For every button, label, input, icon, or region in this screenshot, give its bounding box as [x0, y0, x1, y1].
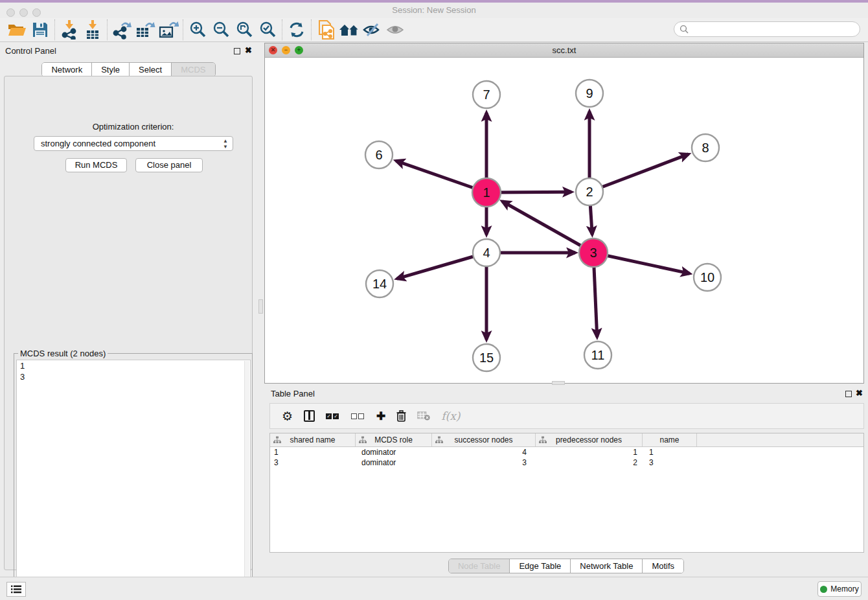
minimize-window-button[interactable]	[19, 8, 28, 17]
split-handle[interactable]	[552, 381, 565, 385]
node-table[interactable]: shared nameMCDS rolesuccessor nodesprede…	[269, 433, 864, 553]
save-floppy-icon	[32, 22, 48, 38]
node-11[interactable]: 11	[584, 341, 611, 369]
network-window-titlebar[interactable]: ✕ − + scc.txt	[265, 43, 863, 58]
import-table-button[interactable]	[81, 19, 104, 40]
node-6[interactable]: 6	[365, 141, 393, 168]
node-8[interactable]: 8	[692, 134, 719, 161]
export-network-button[interactable]	[110, 19, 133, 40]
float-panel-icon[interactable]	[845, 389, 852, 399]
checked-box-icon: ✓	[326, 413, 332, 419]
trash-icon	[396, 410, 406, 422]
maximize-view-button[interactable]: +	[295, 46, 303, 54]
create-column-button[interactable]: ✚	[376, 410, 385, 423]
optimization-criterion-select[interactable]: strongly connected component ▲▼	[34, 136, 233, 151]
zoom-out-button[interactable]	[209, 19, 233, 40]
app-title: Session: New Session	[0, 3, 868, 18]
zoom-selected-button[interactable]	[256, 19, 279, 40]
show-panels-button[interactable]	[6, 582, 26, 597]
toolbar-separator	[54, 19, 55, 40]
toolbar-separator	[282, 19, 282, 40]
minimize-view-button[interactable]: −	[282, 46, 290, 54]
run-mcds-button[interactable]: Run MCDS	[65, 158, 127, 172]
column-header-shared-name[interactable]: shared name	[270, 433, 356, 446]
delete-column-button[interactable]	[396, 410, 406, 422]
delete-table-button[interactable]	[417, 411, 430, 421]
node-14[interactable]: 14	[366, 270, 393, 297]
column-header-successor-nodes[interactable]: successor nodes	[432, 433, 536, 446]
tab-node-table[interactable]: Node Table	[449, 559, 510, 573]
table-row[interactable]: 1dominator411	[270, 447, 863, 457]
show-elements-button[interactable]	[384, 19, 407, 40]
hierarchy-icon	[539, 436, 547, 444]
function-builder-button[interactable]: f(x)	[441, 410, 460, 422]
open-session-button[interactable]	[5, 19, 29, 40]
node-9[interactable]: 9	[576, 80, 603, 107]
node-2[interactable]: 2	[576, 178, 603, 205]
status-bar: Memory	[0, 577, 868, 600]
export-table-button[interactable]	[133, 19, 157, 40]
column-header-name[interactable]: name	[643, 433, 697, 446]
list-icon	[11, 585, 21, 594]
close-panel-icon[interactable]: ✖	[245, 47, 252, 54]
tab-motifs[interactable]: Motifs	[642, 559, 683, 573]
close-view-button[interactable]: ✕	[269, 46, 277, 54]
homes-icon	[338, 21, 360, 38]
export-image-button[interactable]	[157, 19, 180, 40]
tab-style[interactable]: Style	[91, 63, 129, 76]
close-panel-button[interactable]: Close panel	[135, 158, 203, 172]
toolbar-separator	[107, 19, 108, 40]
memory-button[interactable]: Memory	[817, 581, 862, 597]
tab-mcds[interactable]: MCDS	[171, 63, 214, 76]
hide-elements-button[interactable]	[361, 19, 384, 40]
refresh-button[interactable]	[285, 19, 308, 40]
mcds-result-list[interactable]: 1 3	[16, 360, 251, 597]
select-all-rows-button[interactable]: ✓✓	[326, 413, 340, 419]
window-controls[interactable]	[6, 8, 41, 17]
tab-network-table[interactable]: Network Table	[570, 559, 642, 573]
home-view-button[interactable]	[337, 19, 361, 40]
float-panel-icon[interactable]	[234, 47, 240, 56]
edge-3-1[interactable]	[502, 202, 593, 253]
node-label: 2	[586, 185, 593, 199]
show-columns-button[interactable]	[304, 410, 315, 422]
network-canvas[interactable]: 1234678910111415	[265, 58, 863, 383]
zoom-in-button[interactable]	[186, 19, 209, 40]
scrollbar[interactable]	[244, 361, 249, 597]
close-panel-icon[interactable]: ✖	[856, 390, 863, 397]
search-input[interactable]	[674, 21, 860, 37]
search-field[interactable]	[674, 21, 860, 37]
node-label: 6	[375, 148, 382, 162]
close-window-button[interactable]	[6, 8, 15, 17]
table-settings-button[interactable]: ⚙	[282, 409, 293, 424]
table-cell: 2	[536, 457, 643, 468]
table-row[interactable]: 3dominator323	[270, 457, 863, 468]
node-1[interactable]: 1	[472, 178, 501, 207]
node-4[interactable]: 4	[473, 239, 500, 266]
node-10[interactable]: 10	[694, 264, 721, 291]
node-7[interactable]: 7	[473, 81, 500, 108]
tab-network[interactable]: Network	[42, 63, 91, 76]
optimization-criterion-label: Optimization criterion:	[5, 122, 262, 132]
deselect-all-rows-button[interactable]	[351, 413, 365, 419]
column-header-predecessor-nodes[interactable]: predecessor nodes	[536, 433, 643, 446]
tab-edge-table[interactable]: Edge Table	[509, 559, 570, 573]
import-network-button[interactable]	[58, 19, 81, 40]
network-file-button[interactable]	[314, 19, 337, 40]
zoom-window-button[interactable]	[32, 8, 41, 17]
save-session-button[interactable]	[29, 19, 52, 40]
node-label: 15	[479, 351, 494, 365]
toolbar-separator	[311, 19, 312, 40]
node-label: 4	[483, 246, 490, 260]
node-3[interactable]: 3	[579, 238, 608, 267]
split-handle[interactable]	[258, 299, 263, 314]
app-titlebar: Session: New Session	[0, 3, 868, 18]
column-header-MCDS-role[interactable]: MCDS role	[356, 433, 432, 446]
node-15[interactable]: 15	[473, 344, 500, 371]
memory-label: Memory	[830, 584, 858, 594]
network-window-controls[interactable]: ✕ − +	[269, 46, 303, 54]
tab-select[interactable]: Select	[129, 63, 171, 76]
zoom-fit-button[interactable]	[233, 19, 256, 40]
edge-2-8[interactable]	[589, 154, 689, 192]
mcds-tab-content: Optimization criterion: strongly connect…	[4, 76, 253, 570]
